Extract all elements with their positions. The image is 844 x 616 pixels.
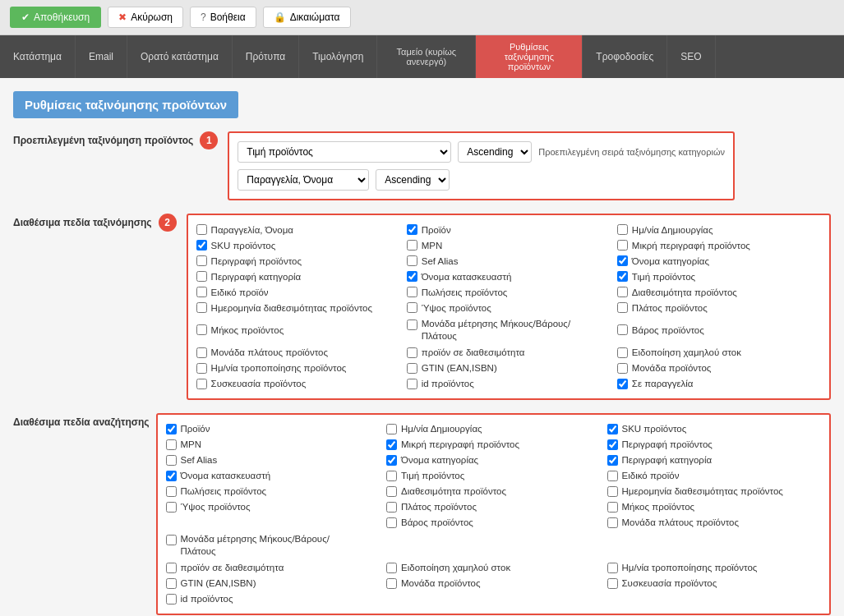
search-cb-mod-date[interactable]: Ημ/νία τροποποίησης προϊόντος (607, 562, 822, 574)
search-cb-mpn[interactable]: MPN (166, 439, 380, 451)
search-cb-weight-input[interactable] (386, 517, 397, 528)
sort-cb-id[interactable]: id προϊόντος (407, 378, 611, 390)
search-cb-id-input[interactable] (166, 594, 177, 605)
nav-item-seo[interactable]: SEO (667, 35, 715, 78)
sort-cb-width-unit-input[interactable] (196, 347, 207, 358)
search-cb-sku-input[interactable] (607, 424, 618, 434)
nav-item-cashier[interactable]: Ταμείο (κυρίως ανενεργό) (377, 35, 476, 78)
sort-cb-price[interactable]: Τιμή προϊόντος (617, 270, 821, 283)
search-cb-weight[interactable]: Βάρος προϊόντος (386, 517, 601, 529)
search-cb-special-input[interactable] (607, 471, 618, 481)
sort-cb-sales-input[interactable] (407, 287, 417, 297)
search-cb-gtin-input[interactable] (166, 578, 177, 589)
sort-field-1-select[interactable]: Τιμή προϊόντος Παραγγελία, Όνομα Προϊόν (238, 141, 451, 163)
search-cb-special[interactable]: Ειδικό προϊόν (607, 470, 822, 482)
sort-cb-special-input[interactable] (196, 287, 207, 297)
search-cb-created[interactable]: Ημ/νία Δημιουργίας (386, 423, 601, 435)
search-cb-created-input[interactable] (386, 424, 397, 434)
sort-cb-mod-date[interactable]: Ημ/νία τροποποίησης προϊόντος (196, 362, 400, 375)
search-cb-width-unit-input[interactable] (607, 517, 618, 528)
sort-cb-prod-desc[interactable]: Περιγραφή προϊόντος (196, 255, 400, 267)
sort-cb-width-input[interactable] (617, 302, 628, 313)
nav-item-store[interactable]: Κατάστημα (0, 35, 76, 78)
sort-cb-on-order[interactable]: Σε παραγγελία (617, 378, 821, 390)
sort-cb-weight[interactable]: Βάρος προϊόντος (617, 317, 821, 343)
sort-cb-gtin-input[interactable] (407, 363, 417, 374)
search-cb-mfr-input[interactable] (166, 471, 177, 481)
sort-order-2-select[interactable]: Ascending Descending (376, 169, 450, 191)
search-cb-mpn-input[interactable] (166, 439, 177, 450)
rights-button[interactable]: 🔒 Δικαιώματα (263, 7, 351, 28)
search-cb-cat-name[interactable]: Όνομα κατηγορίας (386, 454, 601, 467)
sort-cb-mod-date-input[interactable] (196, 363, 207, 374)
search-cb-package[interactable]: Συσκευασία προϊόντος (607, 577, 822, 590)
search-cb-mod-date-input[interactable] (607, 563, 618, 573)
sort-cb-avail[interactable]: Διαθεσιμότητα προϊόντος (617, 286, 821, 298)
search-cb-height[interactable]: Ύψος προϊόντος (166, 501, 380, 513)
search-cb-in-stock[interactable]: προϊόν σε διαθεσιμότητα (166, 562, 380, 574)
search-cb-width-input[interactable] (386, 502, 397, 513)
help-button[interactable]: ? Βοήθεια (190, 7, 256, 28)
sort-cb-package-input[interactable] (196, 379, 207, 389)
search-cb-product[interactable]: Προϊόν (166, 423, 380, 435)
search-cb-price[interactable]: Τιμή προϊόντος (386, 470, 601, 482)
search-cb-avail[interactable]: Διαθεσιμότητα προϊόντος (386, 485, 601, 498)
sort-cb-low-stock[interactable]: Ειδοποίηση χαμηλού στοκ (617, 347, 821, 359)
sort-cb-special[interactable]: Ειδικό προϊόν (196, 286, 400, 298)
sort-cb-sef-alias[interactable]: Sef Alias (407, 255, 611, 267)
sort-cb-cat-name-input[interactable] (617, 255, 628, 266)
search-cb-width-unit[interactable]: Μονάδα πλάτους προϊόντος (607, 517, 822, 529)
sort-cb-created-input[interactable] (617, 224, 628, 235)
search-cb-unit-input[interactable] (386, 578, 397, 589)
search-cb-cat-desc[interactable]: Περιγραφή κατηγορία (607, 454, 822, 467)
nav-item-feeds[interactable]: Τροφοδοσίες (583, 35, 667, 78)
sort-cb-price-input[interactable] (617, 271, 628, 282)
search-cb-prod-desc[interactable]: Περιγραφή προϊόντος (607, 439, 822, 451)
sort-cb-unit-whl[interactable]: Μονάδα μέτρησης Μήκους/Βάρους/Πλάτους (407, 317, 611, 343)
search-cb-price-input[interactable] (386, 471, 397, 481)
sort-cb-mfr-name[interactable]: Όνομα κατασκευαστή (407, 270, 611, 283)
search-cb-height-input[interactable] (166, 502, 177, 513)
nav-item-templates[interactable]: Πρότυπα (233, 35, 299, 78)
sort-cb-unit-whl-input[interactable] (407, 319, 417, 330)
sort-cb-mfr-name-input[interactable] (407, 271, 417, 282)
search-cb-low-stock-input[interactable] (386, 563, 397, 573)
search-cb-length-input[interactable] (607, 502, 618, 513)
search-cb-gtin[interactable]: GTIN (EAN,ISBN) (166, 577, 380, 590)
sort-cb-width-unit[interactable]: Μονάδα πλάτους προϊόντος (196, 347, 400, 359)
sort-cb-order-name-input[interactable] (196, 224, 207, 235)
nav-item-sort-settings[interactable]: Ρυθμίσεις ταξινόμησης προϊόντων (476, 35, 583, 78)
search-cb-id[interactable]: id προϊόντος (166, 593, 380, 605)
search-cb-avail-input[interactable] (386, 486, 397, 497)
search-cb-in-stock-input[interactable] (166, 563, 177, 573)
sort-cb-created[interactable]: Ημ/νία Δημιουργίας (617, 223, 821, 236)
sort-cb-length[interactable]: Μήκος προϊόντος (196, 317, 400, 343)
sort-cb-avail-date[interactable]: Ημερομηνία διαθεσιμότητας προϊόντος (196, 301, 400, 314)
sort-cb-sku[interactable]: SKU προϊόντος (196, 239, 400, 251)
search-cb-mfr[interactable]: Όνομα κατασκευαστή (166, 470, 380, 482)
sort-cb-in-stock[interactable]: προϊόν σε διαθεσιμότητα (407, 347, 611, 359)
search-cb-unit[interactable]: Μονάδα προϊόντος (386, 577, 601, 590)
sort-cb-sales[interactable]: Πωλήσεις προϊόντος (407, 286, 611, 298)
sort-field-2-select[interactable]: Παραγγελία, Όνομα Τιμή προϊόντος Προϊόν (238, 169, 369, 191)
sort-cb-height-input[interactable] (407, 302, 417, 313)
sort-cb-short-desc[interactable]: Μικρή περιγραφή προϊόντος (617, 239, 821, 251)
search-cb-sales[interactable]: Πωλήσεις προϊόντος (166, 485, 380, 498)
sort-cb-length-input[interactable] (196, 324, 207, 335)
sort-cb-unit-input[interactable] (617, 363, 628, 374)
sort-cb-unit[interactable]: Μονάδα προϊόντος (617, 362, 821, 375)
sort-cb-in-stock-input[interactable] (407, 347, 417, 358)
sort-cb-product-input[interactable] (407, 224, 417, 235)
sort-cb-gtin[interactable]: GTIN (EAN,ISBN) (407, 362, 611, 375)
search-cb-prod-desc-input[interactable] (607, 439, 618, 450)
search-cb-sku[interactable]: SKU προϊόντος (607, 423, 822, 435)
sort-cb-mpn-input[interactable] (407, 240, 417, 251)
sort-cb-cat-desc-input[interactable] (196, 271, 207, 282)
search-cb-product-input[interactable] (166, 424, 177, 434)
sort-cb-sku-input[interactable] (196, 240, 207, 251)
search-cb-unit-whl-input[interactable] (166, 535, 177, 545)
sort-cb-package[interactable]: Συσκευασία προϊόντος (196, 378, 400, 390)
sort-cb-prod-desc-input[interactable] (196, 255, 207, 266)
search-cb-avail-date-input[interactable] (607, 486, 618, 497)
nav-item-email[interactable]: Email (76, 35, 127, 78)
